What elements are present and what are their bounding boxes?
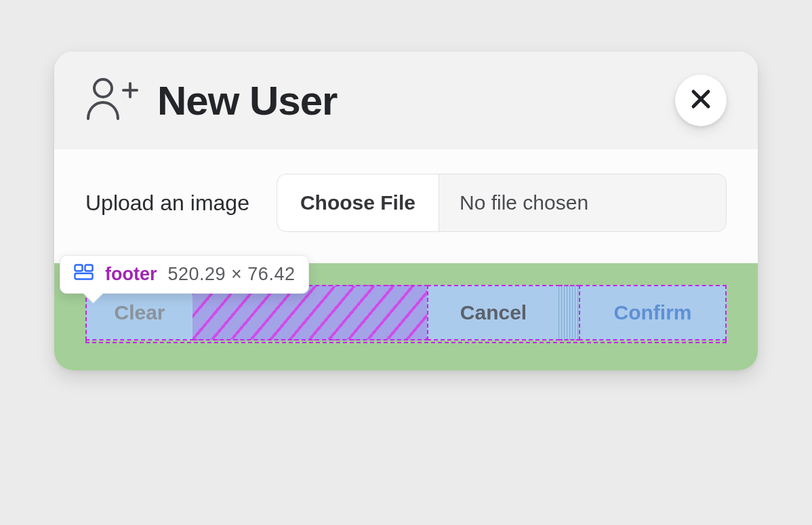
user-plus-icon	[85, 77, 138, 124]
close-icon	[690, 88, 712, 113]
upload-image-label: Upload an image	[85, 191, 249, 216]
dialog-body: Upload an image Choose File No file chos…	[54, 149, 758, 263]
file-input[interactable]: Choose File No file chosen	[277, 174, 727, 232]
devtools-margin-overlay	[559, 285, 580, 341]
svg-point-0	[94, 79, 112, 97]
close-button[interactable]	[675, 75, 727, 126]
svg-rect-7	[75, 273, 93, 279]
file-status-text: No file chosen	[439, 174, 726, 231]
tooltip-element-tag: footer	[105, 264, 157, 285]
svg-rect-6	[85, 265, 93, 271]
svg-rect-5	[75, 265, 83, 271]
cancel-button[interactable]: Cancel	[427, 285, 560, 341]
flex-container-icon	[74, 264, 94, 285]
dialog-title: New User	[157, 77, 656, 124]
devtools-element-tooltip: footer 520.29 × 76.42	[60, 255, 309, 294]
tooltip-element-size: 520.29 × 76.42	[168, 264, 296, 285]
confirm-button[interactable]: Confirm	[579, 285, 727, 341]
dialog-header: New User	[54, 52, 758, 149]
choose-file-button[interactable]: Choose File	[277, 174, 439, 231]
new-user-dialog: New User Upload an image Choose File No …	[54, 52, 758, 370]
